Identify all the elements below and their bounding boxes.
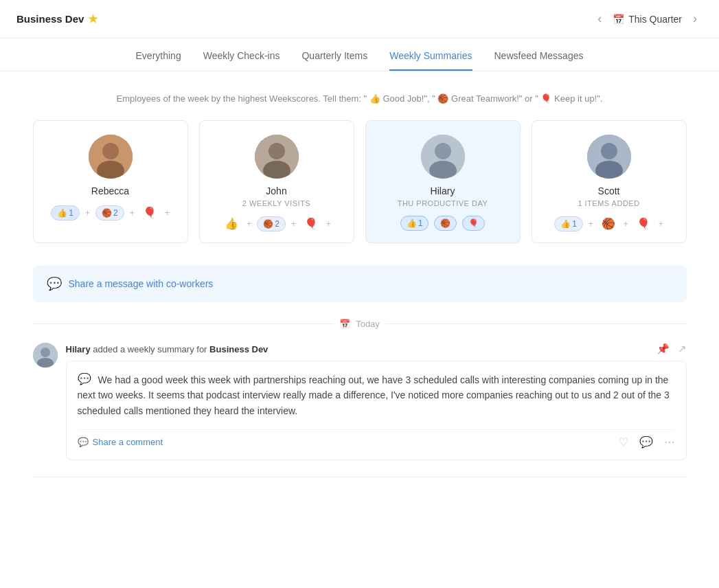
prev-quarter-button[interactable]: ‹ xyxy=(592,9,607,29)
quarter-label: 📅 This Quarter xyxy=(613,14,682,25)
employee-name-rebecca: Rebecca xyxy=(45,185,176,196)
tab-quarterly-items[interactable]: Quarterly Items xyxy=(301,50,367,71)
activity-target: Business Dev xyxy=(209,344,268,354)
activity-title: Hilary added a weekly summary for Busine… xyxy=(66,344,269,354)
calendar-small-icon: 📅 xyxy=(339,319,350,329)
activity-footer: 💬 Share a comment ♡ 💬 ⋯ xyxy=(78,429,675,449)
reaction-row-rebecca: 👍1 + 🏀2 + 🎈 + xyxy=(45,205,176,220)
comment-chat-icon: 💬 xyxy=(78,437,89,447)
message-icon: 💬 xyxy=(78,372,91,385)
avatar-hilary xyxy=(421,135,465,179)
plus-basketball-rebecca[interactable]: + xyxy=(130,208,135,218)
quarter-nav: ‹ 📅 This Quarter › xyxy=(592,9,703,29)
app-title: Business Dev ★ xyxy=(16,12,98,25)
reaction-row-scott: 👍1 + 🏀 + 🎈 + xyxy=(543,216,675,231)
activity-action: added a weekly summary for xyxy=(93,344,207,354)
tab-weekly-checkins[interactable]: Weekly Check-ins xyxy=(203,50,280,71)
reaction-thumbsup-hilary[interactable]: 👍1 xyxy=(400,216,429,231)
activity-body: 💬 We had a good week this week with part… xyxy=(66,361,687,460)
employee-card-rebecca: Rebecca 👍1 + 🏀2 + 🎈 + xyxy=(33,120,188,243)
avatar-scott xyxy=(587,135,631,179)
today-divider: 📅 Today xyxy=(33,319,687,329)
quarter-text: This Quarter xyxy=(628,14,682,25)
activity-item: Hilary added a weekly summary for Busine… xyxy=(33,343,687,460)
chat-icon: 💬 xyxy=(47,276,62,291)
plus-balloon-john[interactable]: + xyxy=(326,219,331,229)
next-quarter-button[interactable]: › xyxy=(687,9,703,29)
nav-tabs: Everything Weekly Check-ins Quarterly It… xyxy=(0,38,719,71)
svg-point-1 xyxy=(102,143,119,159)
more-button[interactable]: ⋯ xyxy=(664,436,675,449)
footer-actions: ♡ 💬 ⋯ xyxy=(619,436,675,449)
reaction-basketball-john[interactable]: 🏀2 xyxy=(257,216,286,231)
share-message-box[interactable]: 💬 Share a message with co-workers xyxy=(33,265,687,302)
employee-cards: Rebecca 👍1 + 🏀2 + 🎈 + xyxy=(33,120,687,243)
reaction-basketball-scott[interactable]: 🏀 xyxy=(599,216,618,231)
svg-point-10 xyxy=(601,143,617,159)
plus-thumbsup-rebecca[interactable]: + xyxy=(85,208,90,218)
reaction-thumbsup-scott[interactable]: 👍1 xyxy=(554,216,583,231)
employee-card-scott: Scott 1 ITEMS ADDED 👍1 + 🏀 + 🎈 + xyxy=(532,120,687,243)
tab-newsfeed-messages[interactable]: Newsfeed Messages xyxy=(494,50,584,71)
employee-card-hilary: Hilary THU PRODUCTIVE DAY 👍1 🏀 🎈 xyxy=(365,120,521,243)
main-content: Employees of the week by the highest Wee… xyxy=(16,71,703,499)
comment-button[interactable]: 💬 xyxy=(639,436,653,449)
svg-point-7 xyxy=(435,143,451,159)
reaction-row-john: 👍 + 🏀2 + 🎈 + xyxy=(211,216,343,231)
reaction-balloon-hilary[interactable]: 🎈 xyxy=(462,216,485,231)
share-comment-button[interactable]: 💬 Share a comment xyxy=(78,437,163,447)
svg-point-4 xyxy=(269,143,285,159)
activity-avatar-hilary xyxy=(33,343,58,368)
calendar-icon: 📅 xyxy=(613,14,624,25)
avatar-rebecca xyxy=(89,135,133,179)
avatar-john xyxy=(255,135,299,179)
plus-basketball-john[interactable]: + xyxy=(291,219,296,229)
top-bar: Business Dev ★ ‹ 📅 This Quarter › xyxy=(0,0,719,38)
employee-name-scott: Scott xyxy=(543,185,675,196)
svg-point-13 xyxy=(41,348,50,357)
plus-basketball-scott[interactable]: + xyxy=(624,219,628,229)
reaction-basketball-hilary[interactable]: 🏀 xyxy=(434,216,457,231)
reaction-balloon-john[interactable]: 🎈 xyxy=(301,216,321,231)
app-title-text: Business Dev xyxy=(16,13,84,25)
share-message-text: Share a message with co-workers xyxy=(69,278,214,289)
reaction-thumbsup-john[interactable]: 👍 xyxy=(222,216,241,231)
employee-stat-john: 2 WEEKLY VISITS xyxy=(211,199,343,207)
plus-balloon-scott[interactable]: + xyxy=(659,219,663,229)
reaction-basketball-rebecca[interactable]: 🏀2 xyxy=(95,205,124,220)
week-description: Employees of the week by the highest Wee… xyxy=(33,93,687,104)
share-comment-label: Share a comment xyxy=(93,437,163,447)
employee-stat-hilary: THU PRODUCTIVE DAY xyxy=(377,199,509,207)
plus-thumbsup-scott[interactable]: + xyxy=(589,219,593,229)
activity-actions: 📌 ↗ xyxy=(657,343,687,355)
like-button[interactable]: ♡ xyxy=(619,436,628,449)
employee-stat-scott: 1 ITEMS ADDED xyxy=(543,199,675,207)
star-icon[interactable]: ★ xyxy=(88,12,98,25)
bottom-divider xyxy=(33,477,687,477)
activity-text: We had a good week this week with partne… xyxy=(78,372,675,418)
employee-card-john: John 2 WEEKLY VISITS 👍 + 🏀2 + 🎈 + xyxy=(199,120,354,243)
tab-everything[interactable]: Everything xyxy=(136,50,181,71)
activity-header: Hilary added a weekly summary for Busine… xyxy=(66,343,687,355)
employee-name-hilary: Hilary xyxy=(377,185,509,196)
today-label: Today xyxy=(356,319,380,329)
tab-weekly-summaries[interactable]: Weekly Summaries xyxy=(389,50,472,71)
plus-balloon-rebecca[interactable]: + xyxy=(165,208,170,218)
pin-button[interactable]: 📌 xyxy=(657,343,670,355)
reaction-row-hilary: 👍1 🏀 🎈 xyxy=(377,216,509,231)
activity-content: Hilary added a weekly summary for Busine… xyxy=(66,343,687,460)
plus-thumbsup-john[interactable]: + xyxy=(247,219,251,229)
external-link-button[interactable]: ↗ xyxy=(678,343,687,355)
reaction-thumbsup-rebecca[interactable]: 👍1 xyxy=(51,205,80,220)
reaction-balloon-scott[interactable]: 🎈 xyxy=(634,216,653,231)
reaction-balloon-rebecca[interactable]: 🎈 xyxy=(140,205,159,220)
employee-name-john: John xyxy=(211,185,343,196)
activity-user: Hilary xyxy=(66,344,91,354)
